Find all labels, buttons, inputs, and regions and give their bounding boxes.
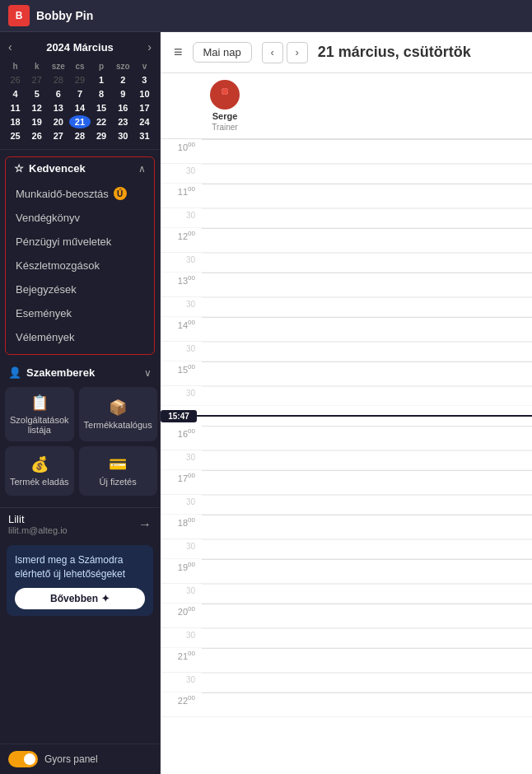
time-label: 1400 (161, 317, 202, 330)
calendar-day-cell[interactable]: 5 (26, 87, 47, 100)
time-line-half (202, 628, 532, 629)
calendar-day-cell[interactable]: 1 (91, 73, 112, 86)
specialist-button[interactable]: 💳Új fizetés (79, 446, 157, 496)
time-label-half: 30 (161, 539, 202, 551)
calendar-day-cell[interactable]: 15 (91, 101, 112, 114)
calendar-day-cell[interactable]: 8 (91, 87, 112, 100)
calendar-day-cell[interactable]: 21 (69, 115, 90, 128)
spec-label: Új fizetés (100, 477, 137, 487)
calendar-next-button[interactable]: › (144, 39, 155, 55)
badge: Ú (114, 187, 127, 200)
time-label-half: 30 (161, 450, 202, 462)
specialist-button[interactable]: 💰Termék eladás (5, 446, 74, 496)
calendar-day-cell[interactable]: 12 (26, 101, 47, 114)
favorites-items: Munkaidő-beosztásÚVendégkönyvPénzügyi mű… (6, 180, 154, 354)
calendar-header-cell: h (5, 60, 26, 72)
calendar-day-cell[interactable]: 17 (134, 101, 155, 114)
time-row-hour: 1500 (161, 361, 532, 386)
calendar-day-cell[interactable]: 20 (48, 115, 68, 128)
calendar-day-cell[interactable]: 22 (91, 115, 112, 128)
calendar-day-cell[interactable]: 26 (5, 73, 26, 86)
next-date-button[interactable]: › (287, 42, 308, 63)
calendar-day-cell[interactable]: 4 (5, 87, 26, 100)
time-row-half: 30 (161, 495, 532, 515)
specialist-button[interactable]: 📦Termékkatalógus (79, 387, 157, 441)
calendar-prev-button[interactable]: ‹ (5, 39, 16, 55)
calendar-day-cell[interactable]: 26 (26, 129, 47, 142)
calendar-day-cell[interactable]: 29 (69, 73, 90, 86)
calendar-day-cell[interactable]: 25 (5, 129, 26, 142)
calendar-day-cell[interactable]: 18 (5, 115, 26, 128)
favorites-item[interactable]: Események (6, 301, 154, 325)
calendar-day-cell[interactable]: 9 (113, 87, 133, 100)
time-label-half: 30 (161, 584, 202, 595)
current-time-row: 15:47 (161, 406, 532, 426)
favorites-item[interactable]: Bejegyzések (6, 277, 154, 301)
favorites-header[interactable]: ☆ Kedvencek ∧ (6, 157, 154, 180)
time-row-half: 30 (161, 673, 532, 692)
time-row-hour: 1000 (161, 139, 532, 164)
gyors-panel-toggle[interactable] (8, 751, 38, 767)
calendar-day-cell[interactable]: 23 (113, 115, 133, 128)
trainer-avatar (210, 80, 240, 110)
time-row-hour: 1100 (161, 184, 532, 208)
specialist-button[interactable]: 📋Szolgáltatások listája (5, 387, 74, 441)
chevron-down-icon: ∨ (144, 367, 152, 379)
time-label: 1300 (161, 273, 202, 286)
calendar-day-cell[interactable]: 16 (113, 101, 133, 114)
calendar-day-cell[interactable]: 11 (5, 101, 26, 114)
calendar-day-cell[interactable]: 10 (134, 87, 155, 100)
time-line-half (202, 253, 532, 254)
time-line (202, 648, 532, 649)
time-row-half: 30 (161, 164, 532, 184)
favorites-item[interactable]: Munkaidő-beosztásÚ (6, 181, 154, 206)
today-button[interactable]: Mai nap (193, 42, 252, 63)
calendar-day-cell[interactable]: 24 (134, 115, 155, 128)
current-time-line (197, 415, 532, 417)
spec-icon: 📋 (30, 394, 49, 412)
favorites-section: ☆ Kedvencek ∧ Munkaidő-beosztásÚVendégkö… (5, 156, 155, 355)
favorites-item[interactable]: Készletmozgások (6, 254, 154, 277)
calendar-day-cell[interactable]: 28 (48, 73, 68, 86)
main-layout: ‹ 2024 Március › hkszecspszov26272829123… (0, 32, 532, 774)
time-row-half: 30 (161, 342, 532, 361)
calendar-day-cell[interactable]: 14 (69, 101, 90, 114)
schedule-area[interactable]: 10003011003012003013003014003015003015:4… (161, 139, 532, 774)
date-title: 21 március, csütörtök (318, 44, 519, 61)
time-line-half (202, 539, 532, 540)
hamburger-button[interactable]: ≡ (174, 44, 183, 61)
calendar-day-cell[interactable]: 2 (113, 73, 133, 86)
calendar-day-cell[interactable]: 6 (48, 87, 68, 100)
calendar-day-cell[interactable]: 27 (48, 129, 68, 142)
time-label-half: 30 (161, 208, 202, 220)
logout-button[interactable]: → (138, 517, 152, 532)
calendar-header: ‹ 2024 Március › (5, 39, 155, 55)
favorites-item[interactable]: Vendégkönyv (6, 206, 154, 230)
promo-button[interactable]: Bővebben ✦ (15, 588, 145, 609)
time-row-half: 30 (161, 539, 532, 559)
calendar-day-cell[interactable]: 30 (113, 129, 133, 142)
specialists-header[interactable]: 👤 Szakemberek ∨ (5, 361, 155, 384)
calendar-day-cell[interactable]: 13 (48, 101, 68, 114)
time-label: 2100 (161, 648, 202, 661)
favorites-item[interactable]: Pénzügyi műveletek (6, 230, 154, 254)
time-row-hour: 1900 (161, 559, 532, 584)
favorites-item[interactable]: Vélemények (6, 325, 154, 349)
time-label: 1600 (161, 426, 202, 439)
specialists-label: Szakemberek (26, 366, 95, 379)
time-row-half: 30 (161, 450, 532, 470)
right-header: ≡ Mai nap ‹ › 21 március, csütörtök (161, 32, 532, 73)
calendar-day-cell[interactable]: 27 (26, 73, 47, 86)
time-row-half: 30 (161, 208, 532, 228)
calendar-day-cell[interactable]: 29 (91, 129, 112, 142)
prev-date-button[interactable]: ‹ (262, 42, 283, 63)
calendar-day-cell[interactable]: 3 (134, 73, 155, 86)
calendar-day-cell[interactable]: 19 (26, 115, 47, 128)
right-panel: ≡ Mai nap ‹ › 21 március, csütörtök Serg… (161, 32, 532, 774)
calendar-day-cell[interactable]: 28 (69, 129, 90, 142)
time-label: 1200 (161, 228, 202, 241)
calendar-day-cell[interactable]: 31 (134, 129, 155, 142)
calendar-day-cell[interactable]: 7 (69, 87, 90, 100)
specialists-grid: 📋Szolgáltatások listája📦Termékkatalógus💰… (5, 384, 155, 499)
nav-arrows: ‹ › (262, 42, 308, 63)
